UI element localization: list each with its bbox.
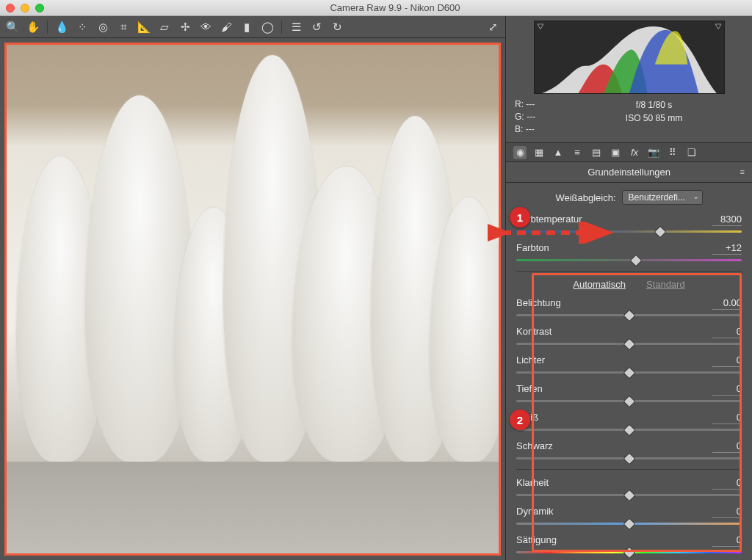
window-titlebar: Camera Raw 9.9 - Nikon D600 (0, 0, 752, 16)
spot-removal-icon[interactable]: ✢ (178, 21, 192, 34)
aperture-shutter: f/8 1/80 s (565, 98, 743, 112)
image-preview[interactable] (4, 43, 501, 556)
label-shadows: Tiefen (516, 383, 543, 396)
tab-split[interactable]: ▤ (590, 146, 603, 159)
rotate-cw-icon[interactable]: ↻ (330, 21, 344, 34)
value-whites[interactable]: 0 (712, 412, 742, 424)
annotation-arrow (488, 222, 620, 244)
label-highlights: Lichter (516, 354, 545, 367)
tab-curve[interactable]: ▦ (532, 146, 546, 159)
label-vibrance: Dynamik (516, 506, 554, 518)
target-adjust-icon[interactable]: ◎ (96, 21, 109, 34)
value-vibrance[interactable]: 0 (712, 506, 742, 518)
histogram[interactable] (534, 21, 725, 94)
tab-presets[interactable]: ⠿ (666, 146, 679, 159)
slider-whites[interactable] (516, 426, 742, 433)
window-controls (6, 4, 44, 12)
minimize-window-icon[interactable] (21, 4, 29, 12)
slider-shadows[interactable] (516, 397, 742, 404)
slider-vibrance[interactable] (516, 520, 742, 527)
value-highlights[interactable]: 0 (712, 354, 742, 367)
wb-preset-dropdown[interactable]: Benutzerdefi... (622, 190, 703, 205)
readout-b: B: --- (515, 123, 557, 136)
color-sampler-icon[interactable]: ⁘ (76, 21, 89, 34)
close-window-icon[interactable] (6, 4, 15, 12)
slider-saturation[interactable] (516, 548, 742, 556)
value-temperature[interactable]: 8300 (712, 214, 742, 226)
svg-marker-1 (715, 24, 721, 29)
toolbar: 🔍 ✋ 💧 ⁘ ◎ ⌗ 📐 ▱ ✢ 👁 🖌 ▮ ◯ ☰ ↺ ↻ ⤢ (0, 16, 505, 38)
hand-tool-icon[interactable]: ✋ (26, 21, 40, 34)
value-saturation[interactable]: 0 (712, 534, 742, 547)
value-tint[interactable]: +12 (712, 242, 742, 255)
value-blacks[interactable]: 0 (712, 440, 742, 453)
slider-tint[interactable] (516, 256, 742, 263)
crop-tool-icon[interactable]: ⌗ (117, 21, 130, 34)
readout-r: R: --- (515, 98, 557, 111)
radial-filter-icon[interactable]: ◯ (261, 21, 274, 34)
adjust-brush-icon[interactable]: 🖌 (220, 21, 233, 34)
tab-hsl[interactable]: ≡ (571, 146, 584, 159)
transform-tool-icon[interactable]: ▱ (158, 21, 171, 34)
value-contrast[interactable]: 0 (712, 326, 742, 338)
zoom-tool-icon[interactable]: 🔍 (6, 21, 19, 34)
readout-g: G: --- (515, 111, 557, 123)
label-clarity: Klarheit (516, 477, 549, 490)
eyedropper-wb-icon[interactable]: 💧 (55, 21, 68, 34)
prefs-icon[interactable]: ☰ (289, 21, 303, 34)
value-exposure[interactable]: 0.00 (712, 297, 742, 310)
tab-snapshots[interactable]: ❏ (685, 146, 698, 159)
grad-filter-icon[interactable]: ▮ (240, 21, 253, 34)
straighten-tool-icon[interactable]: 📐 (137, 21, 151, 34)
tab-fx[interactable]: fx (628, 146, 641, 159)
value-shadows[interactable]: 0 (712, 383, 742, 396)
slider-exposure[interactable] (516, 311, 742, 319)
label-contrast: Kontrast (516, 326, 552, 338)
iso-focal: ISO 50 85 mm (565, 112, 743, 125)
annotation-badge-1: 1 (510, 207, 530, 228)
window-title: Camera Raw 9.9 - Nikon D600 (44, 2, 746, 13)
wb-label: Weißabgleich: (555, 192, 615, 203)
standard-button[interactable]: Standard (646, 279, 685, 290)
slider-clarity[interactable] (516, 491, 742, 498)
slider-contrast[interactable] (516, 340, 742, 347)
rotate-ccw-icon[interactable]: ↺ (310, 21, 323, 34)
label-exposure: Belichtung (516, 297, 561, 310)
right-panel: R: --- G: --- B: --- f/8 1/80 s ISO 50 8… (505, 16, 752, 560)
panel-tabs: ◉ ▦ ▲ ≡ ▤ ▣ fx 📷 ⠿ ❏ (506, 143, 752, 162)
tab-basic[interactable]: ◉ (513, 146, 527, 159)
tab-lens[interactable]: ▣ (609, 146, 622, 159)
svg-marker-0 (537, 24, 543, 29)
annotation-badge-2: 2 (510, 410, 530, 430)
zoom-window-icon[interactable] (35, 4, 44, 12)
label-blacks: Schwarz (516, 440, 553, 453)
camera-info: R: --- G: --- B: --- f/8 1/80 s ISO 50 8… (506, 94, 752, 143)
panel-menu-icon[interactable]: ≡ (740, 167, 745, 176)
label-saturation: Sättigung (516, 534, 557, 547)
panel-title: Grundeinstellungen ≡ (506, 162, 752, 183)
fullscreen-icon[interactable]: ⤢ (486, 21, 499, 34)
slider-highlights[interactable] (516, 368, 742, 376)
label-tint: Farbton (516, 242, 549, 255)
redeye-tool-icon[interactable]: 👁 (199, 21, 212, 34)
tab-camera[interactable]: 📷 (647, 146, 660, 159)
auto-button[interactable]: Automatisch (573, 279, 626, 290)
value-clarity[interactable]: 0 (712, 477, 742, 490)
left-panel: 🔍 ✋ 💧 ⁘ ◎ ⌗ 📐 ▱ ✢ 👁 🖌 ▮ ◯ ☰ ↺ ↻ ⤢ (0, 16, 505, 560)
tab-detail[interactable]: ▲ (552, 146, 565, 159)
slider-blacks[interactable] (516, 454, 742, 462)
